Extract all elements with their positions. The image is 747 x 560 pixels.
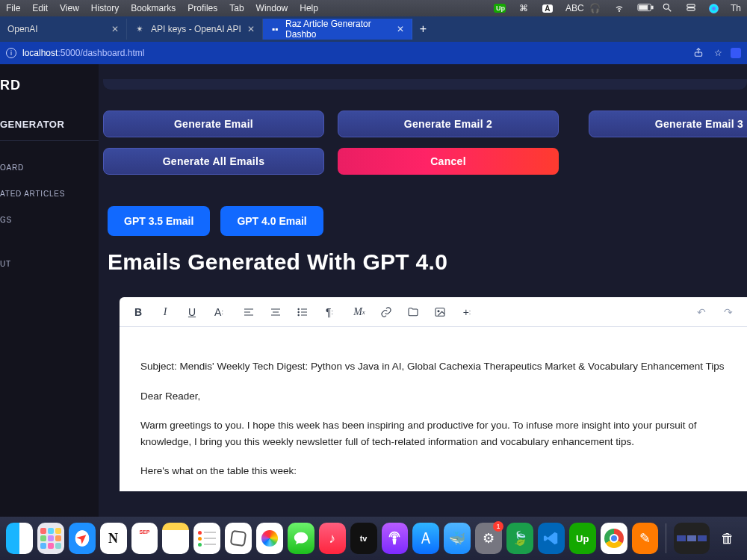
headphones-icon[interactable]: 🎧 — [589, 3, 601, 13]
freeform-icon[interactable] — [225, 523, 252, 554]
menu-help[interactable]: Help — [300, 3, 318, 13]
sidebar-section-generator: GENERATOR — [0, 105, 99, 136]
url-path: :5000/dashboard.html — [58, 48, 144, 58]
editor-body[interactable]: Subject: Mendis' Weekly Tech Digest: Pyt… — [120, 327, 747, 479]
italic-icon[interactable]: I — [158, 305, 172, 319]
bluetooth-icon[interactable]: ⌘ — [518, 3, 530, 13]
browser-tabstrip: OpenAI ✕ ✴ API keys - OpenAI API ✕ ▪▪ Ra… — [0, 16, 747, 42]
new-tab-button[interactable]: + — [412, 22, 434, 36]
math-icon[interactable]: Mx — [353, 305, 366, 319]
reminders-icon[interactable] — [193, 523, 220, 554]
gpt35-email-button[interactable]: GPT 3.5 Email — [108, 206, 210, 236]
align-center-icon[interactable] — [269, 305, 282, 319]
share-icon[interactable] — [692, 47, 705, 60]
bookmark-star-icon[interactable]: ☆ — [711, 48, 725, 58]
close-icon[interactable]: ✕ — [111, 24, 119, 34]
sidebar: RD GENERATOR OARD ATED ARTICLES GS UT — [0, 64, 99, 517]
image-icon[interactable] — [433, 305, 447, 319]
chrome-icon[interactable] — [601, 523, 627, 554]
font-style-icon[interactable]: A: — [212, 305, 226, 319]
music-icon[interactable]: ♪ — [319, 523, 346, 554]
vscode-icon[interactable] — [538, 523, 565, 554]
folder-icon[interactable] — [406, 305, 420, 319]
macos-dock: ➤ N SEP 28 ♪ tv Ａ 🐳 ⚙1 🍃 Up ✎ 🗑 — [0, 517, 747, 560]
tab-raz-dashboard[interactable]: ▪▪ Raz Article Generator Dashbo ✕ — [263, 19, 412, 40]
appstore-icon[interactable]: Ａ — [412, 523, 439, 554]
menu-tab[interactable]: Tab — [229, 3, 244, 13]
generate-all-emails-button[interactable]: Generate All Emails — [103, 148, 324, 175]
calendar-icon[interactable]: SEP 28 — [131, 523, 158, 554]
mongodb-compass-icon[interactable]: 🍃 — [506, 523, 533, 554]
svg-rect-6 — [687, 4, 695, 6]
safari-icon[interactable]: ➤ — [69, 523, 96, 554]
list-icon[interactable] — [296, 305, 309, 319]
cancel-button[interactable]: Cancel — [338, 148, 559, 175]
site-info-icon[interactable]: i — [6, 48, 16, 58]
siri-icon[interactable] — [709, 4, 719, 13]
upwork-icon[interactable]: Up — [494, 4, 506, 13]
abc-label: ABC — [565, 3, 577, 13]
tab-api-keys[interactable]: ✴ API keys - OpenAI API ✕ — [127, 19, 263, 40]
align-left-icon[interactable] — [242, 305, 255, 319]
menu-edit[interactable]: Edit — [32, 3, 48, 13]
bold-icon[interactable]: B — [131, 305, 145, 319]
svg-rect-7 — [687, 7, 695, 10]
notion-icon[interactable]: N — [100, 523, 127, 554]
notes-icon[interactable] — [162, 523, 189, 554]
email-paragraph: Warm greetings to you. I hope this week … — [140, 417, 726, 449]
photos-icon[interactable] — [256, 523, 283, 554]
generate-email-2-button[interactable]: Generate Email 2 — [338, 111, 559, 137]
tab-label: OpenAI — [7, 24, 38, 34]
podcasts-icon[interactable] — [382, 523, 409, 554]
sidebar-item-empty[interactable] — [0, 233, 99, 251]
svg-point-15 — [298, 308, 299, 309]
generate-email-3-button[interactable]: Generate Email 3 — [589, 111, 747, 137]
svg-rect-21 — [436, 308, 444, 316]
menu-view[interactable]: View — [60, 3, 79, 13]
menu-bookmarks[interactable]: Bookmarks — [131, 3, 176, 13]
upwork-app-icon[interactable]: Up — [569, 523, 596, 554]
messages-icon[interactable] — [288, 523, 314, 554]
trash-icon[interactable]: 🗑 — [714, 523, 741, 554]
paragraph-icon[interactable]: ¶: — [323, 305, 336, 319]
badge: 1 — [493, 521, 503, 532]
settings-icon[interactable]: ⚙1 — [475, 523, 502, 554]
link-icon[interactable] — [379, 305, 393, 319]
insert-more-icon[interactable]: +: — [460, 305, 474, 319]
svg-point-23 — [394, 536, 396, 538]
sidebar-item-dashboard[interactable]: OARD — [0, 155, 99, 181]
sidebar-item-logout[interactable]: UT — [0, 251, 99, 277]
close-icon[interactable]: ✕ — [247, 24, 255, 34]
menu-file[interactable]: File — [6, 3, 20, 13]
svg-point-17 — [298, 314, 299, 315]
appletv-icon[interactable]: tv — [350, 523, 377, 554]
sidebar-item-generated-articles[interactable]: ATED ARTICLES — [0, 181, 99, 207]
input-source-icon[interactable]: A — [542, 3, 554, 13]
sidebar-item-settings[interactable]: GS — [0, 207, 99, 233]
svg-point-0 — [619, 10, 619, 11]
gpt40-email-button[interactable]: GPT 4.0 Email — [220, 206, 323, 236]
launchpad-icon[interactable] — [37, 523, 64, 554]
finder-icon[interactable] — [6, 523, 33, 554]
spotlight-icon[interactable] — [661, 2, 673, 15]
close-icon[interactable]: ✕ — [397, 24, 404, 34]
email-subject: Subject: Mendis' Weekly Tech Digest: Pyt… — [140, 358, 726, 375]
menu-profiles[interactable]: Profiles — [187, 3, 217, 13]
dock-folder-icon[interactable] — [674, 523, 710, 554]
svg-point-16 — [298, 311, 299, 312]
menu-history[interactable]: History — [91, 3, 119, 13]
address-field[interactable]: localhost:5000/dashboard.html — [22, 48, 144, 58]
undo-icon[interactable]: ↶ — [695, 305, 708, 319]
generate-email-button[interactable]: Generate Email — [103, 111, 324, 137]
control-center-icon[interactable] — [685, 2, 697, 15]
extensions-icon[interactable] — [731, 48, 741, 58]
underline-icon[interactable]: U — [185, 305, 199, 319]
battery-icon[interactable] — [637, 3, 649, 14]
svg-line-5 — [669, 8, 672, 11]
pages-icon[interactable]: ✎ — [632, 523, 659, 554]
menu-window[interactable]: Window — [256, 3, 288, 13]
tab-openai[interactable]: OpenAI ✕ — [0, 19, 127, 40]
wifi-icon[interactable] — [613, 2, 625, 15]
redo-icon[interactable]: ↷ — [722, 305, 735, 319]
docker-icon[interactable]: 🐳 — [444, 523, 471, 554]
